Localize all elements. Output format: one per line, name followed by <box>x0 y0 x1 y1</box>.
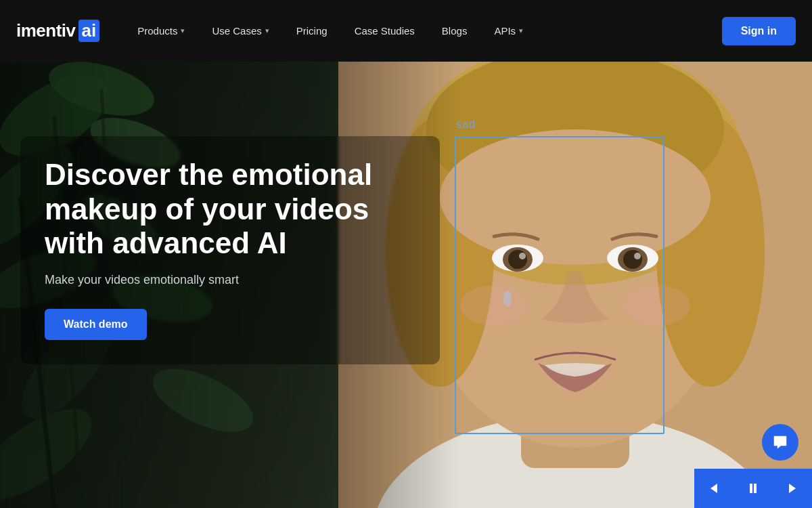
logo[interactable]: imentiv ai <box>16 20 99 42</box>
logo-text-part2: ai <box>78 20 100 42</box>
prev-icon <box>708 482 720 494</box>
nav-products[interactable]: Products ▾ <box>127 20 196 42</box>
chevron-down-icon: ▾ <box>181 26 185 35</box>
pause-button[interactable] <box>734 469 773 508</box>
hero-text-card: Discover the emotional makeup of your vi… <box>20 136 440 364</box>
nav-apis[interactable]: APIs ▾ <box>483 20 534 42</box>
nav-pricing[interactable]: Pricing <box>286 20 338 42</box>
svg-marker-35 <box>710 484 717 493</box>
signin-button[interactable]: Sign in <box>722 17 796 45</box>
navbar: imentiv ai Products ▾ Use Cases ▾ Pricin… <box>0 0 812 62</box>
svg-rect-37 <box>754 484 757 493</box>
nav-case-studies[interactable]: Case Studies <box>344 20 426 42</box>
chat-icon <box>771 433 789 451</box>
chevron-down-icon: ▾ <box>519 26 523 35</box>
hero-content: Discover the emotional makeup of your vi… <box>20 136 440 364</box>
hero-section: sad Discover the emotional makeup of you… <box>0 62 812 508</box>
video-controls <box>694 469 812 508</box>
nav-links: Products ▾ Use Cases ▾ Pricing Case Stud… <box>127 20 534 42</box>
next-button[interactable] <box>773 469 812 508</box>
chevron-down-icon: ▾ <box>265 26 269 35</box>
next-icon <box>786 482 798 494</box>
pause-icon <box>747 482 759 494</box>
hero-subtext: Make your videos emotionally smart <box>45 273 415 287</box>
hero-headline: Discover the emotional makeup of your vi… <box>45 158 415 261</box>
chat-bubble-button[interactable] <box>762 424 798 461</box>
nav-use-cases[interactable]: Use Cases ▾ <box>201 20 279 42</box>
prev-button[interactable] <box>694 469 734 508</box>
svg-marker-38 <box>789 484 796 493</box>
nav-blogs[interactable]: Blogs <box>431 20 478 42</box>
logo-text-part1: imentiv <box>16 20 76 41</box>
watch-demo-button[interactable]: Watch demo <box>45 309 147 340</box>
svg-rect-36 <box>750 484 752 493</box>
